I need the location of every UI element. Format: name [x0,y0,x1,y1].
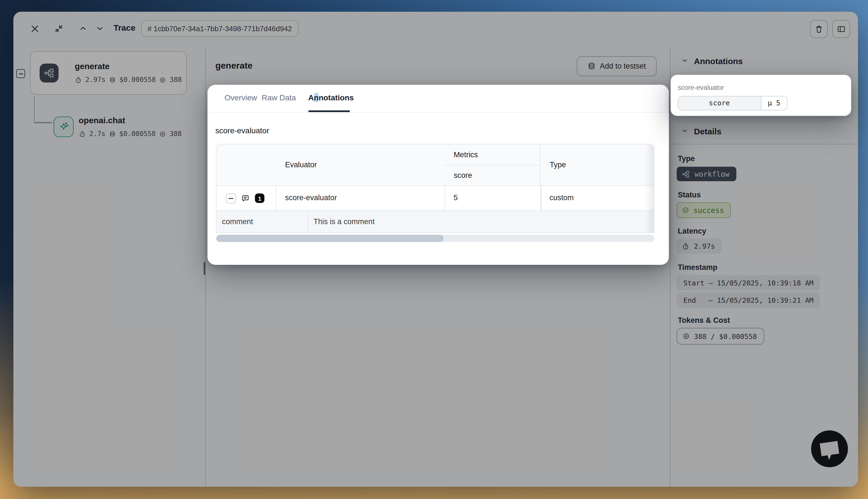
metric-value-segment[interactable]: μ 5 [761,96,787,110]
row-actions-cell: 1 [216,186,276,211]
cell-divider [541,186,541,211]
table-header-metric-score: score [445,165,541,185]
column-label: Metrics [445,150,478,159]
comment-value: This is a comment [314,217,375,226]
column-label: Evaluator [276,161,317,169]
scrollbar-thumb[interactable] [216,234,444,242]
tab-annotations-text: A [308,93,314,102]
table-header-actions [216,144,277,185]
tab-bar: Overview Raw Data Annotations [207,84,669,112]
table-header-metrics-group: Metrics [445,144,541,165]
cell-divider [445,186,445,211]
comment-key: comment [222,217,253,226]
column-label: Type [541,161,566,169]
table-row[interactable]: 1 score-evaluator 5 custom [216,185,654,211]
desktop-background: Trace # 1cbb70e7-34a1-7bb7-3498-771b7d46… [0,0,868,499]
score-annotation-popover: score-evaluator score μ 5 [671,74,851,116]
tab-annotations[interactable]: Annotations [308,93,354,102]
score-metric-control[interactable]: score μ 5 [677,96,787,110]
evaluator-section-title: score-evaluator [215,126,269,135]
annotations-tab-card: Overview Raw Data Annotations score-eval… [207,84,669,265]
metric-name-segment[interactable]: score [678,96,761,110]
tab-annotations-text: notations [318,93,354,102]
table-horizontal-scrollbar[interactable] [216,234,654,242]
cell-type: custom [550,194,574,202]
table-header-evaluator: Evaluator [276,144,445,185]
comment-count-badge: 1 [255,194,264,203]
cell-divider [308,211,309,233]
comment-row: comment This is a comment [216,210,654,233]
popover-evaluator-label: score-evaluator [678,83,724,91]
comment-icon[interactable] [241,194,250,203]
metric-value: μ 5 [768,99,780,107]
annotations-table: Evaluator Metrics score Type 1 [216,144,654,233]
active-tab-underline [308,110,350,112]
table-scroll-shadow [645,144,654,233]
column-label: score [445,171,472,180]
tab-overview[interactable]: Overview [225,93,257,102]
cell-evaluator: score-evaluator [285,194,337,202]
tab-raw-data[interactable]: Raw Data [262,93,296,102]
cell-score: 5 [454,194,458,202]
metric-name: score [709,99,730,107]
minus-icon [228,195,234,201]
table-header-type: Type [541,144,654,185]
row-checkbox-indeterminate[interactable] [226,193,236,203]
tab-annotations-selection: n [314,93,318,102]
